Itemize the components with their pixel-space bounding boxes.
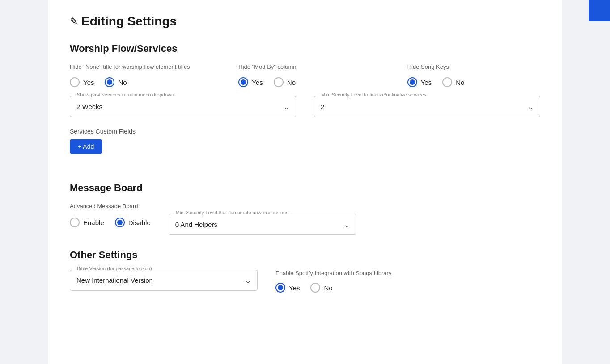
hide-song-column: Hide Song Keys Yes No [407, 63, 540, 87]
min-security-discussions-select[interactable]: 0 And Helpers 1 2 3 4 [169, 214, 356, 235]
page-title: Editing Settings [81, 14, 177, 29]
past-services-select[interactable]: 2 Weeks 1 Week 3 Weeks 1 Month [70, 96, 296, 117]
worship-radio-groups: Hide "None" title for worship flow eleme… [70, 63, 540, 87]
bible-version-select[interactable]: New International Version King James Ver… [70, 270, 258, 291]
hide-song-label: Hide Song Keys [407, 63, 540, 70]
other-settings-row: Bible Version (for passage lookup) New I… [70, 270, 540, 293]
hide-none-yes-option[interactable]: Yes [70, 77, 94, 87]
other-settings-section: Other Settings Bible Version (for passag… [70, 249, 540, 293]
custom-fields-label: Services Custom Fields [70, 128, 540, 135]
past-services-label: Show past services in main menu dropdown [75, 92, 176, 97]
message-board-title: Message Board [70, 182, 540, 194]
spotify-no-option[interactable]: No [310, 283, 332, 293]
bible-version-label: Bible Version (for passage lookup) [75, 266, 154, 271]
spotify-yes-radio[interactable] [275, 283, 285, 293]
advanced-message-board-label: Advanced Message Board [70, 203, 540, 209]
hide-mod-label: Hide "Mod By" column [238, 63, 371, 70]
hide-song-options: Yes No [407, 77, 540, 87]
min-security-finalize-select[interactable]: 2 0 1 3 4 [314, 96, 540, 117]
hide-none-column: Hide "None" title for worship flow eleme… [70, 63, 203, 87]
past-services-group: Show past services in main menu dropdown… [70, 96, 296, 117]
other-settings-title: Other Settings [70, 249, 540, 261]
min-security-finalize-label: Min. Security Level to finalize/unfinali… [319, 92, 428, 97]
hide-mod-yes-radio[interactable] [238, 77, 248, 87]
worship-dropdowns: Show past services in main menu dropdown… [70, 96, 540, 117]
hide-mod-yes-label: Yes [252, 79, 263, 86]
hide-song-yes-option[interactable]: Yes [407, 77, 432, 87]
enable-disable-group: Enable Disable [70, 218, 151, 227]
blue-bar[interactable] [589, 0, 610, 21]
hide-song-no-radio[interactable] [442, 77, 452, 87]
bible-version-group: Bible Version (for passage lookup) New I… [70, 270, 258, 291]
spotify-no-radio[interactable] [310, 283, 320, 293]
hide-song-no-option[interactable]: No [442, 77, 464, 87]
hide-none-yes-radio[interactable] [70, 77, 80, 87]
hide-mod-options: Yes No [238, 77, 371, 87]
hide-none-no-radio[interactable] [105, 77, 114, 87]
worship-section-title: Worship Flow/Services [70, 43, 540, 54]
spotify-no-label: No [324, 284, 332, 292]
message-board-section: Message Board Advanced Message Board Ena… [70, 182, 540, 235]
page-title-container: ✎ Editing Settings [70, 14, 540, 29]
hide-none-options: Yes No [70, 77, 203, 87]
edit-icon: ✎ [70, 16, 78, 27]
hide-none-label: Hide "None" title for worship flow eleme… [70, 63, 203, 70]
worship-section: Worship Flow/Services Hide "None" title … [70, 43, 540, 168]
hide-song-no-label: No [456, 79, 464, 86]
hide-song-yes-radio[interactable] [407, 77, 417, 87]
disable-option[interactable]: Disable [115, 218, 151, 227]
spotify-yes-option[interactable]: Yes [275, 283, 300, 293]
enable-label: Enable [83, 219, 104, 226]
min-security-discussions-group: Min. Security Level that can create new … [169, 214, 356, 235]
disable-label: Disable [128, 219, 151, 226]
enable-option[interactable]: Enable [70, 218, 104, 227]
spotify-radio-options: Yes No [275, 283, 540, 293]
hide-mod-yes-option[interactable]: Yes [238, 77, 263, 87]
hide-song-yes-label: Yes [421, 79, 432, 86]
add-button[interactable]: + Add [70, 139, 102, 154]
hide-none-no-option[interactable]: No [105, 77, 127, 87]
min-security-discussions-label: Min. Security Level that can create new … [174, 210, 290, 215]
spotify-yes-label: Yes [289, 284, 300, 292]
spotify-column: Enable Spotify Integration with Songs Li… [275, 270, 540, 293]
spotify-label: Enable Spotify Integration with Songs Li… [275, 270, 540, 276]
hide-none-no-label: No [118, 79, 127, 86]
message-board-row: Enable Disable Min. Security Level that … [70, 216, 540, 235]
hide-none-yes-label: Yes [83, 79, 94, 86]
disable-radio[interactable] [115, 218, 125, 227]
hide-mod-no-radio[interactable] [274, 77, 284, 87]
enable-radio[interactable] [70, 218, 80, 227]
hide-mod-column: Hide "Mod By" column Yes No [238, 63, 371, 87]
hide-mod-no-label: No [287, 79, 296, 86]
min-security-finalize-group: Min. Security Level to finalize/unfinali… [314, 96, 540, 117]
hide-mod-no-option[interactable]: No [274, 77, 296, 87]
